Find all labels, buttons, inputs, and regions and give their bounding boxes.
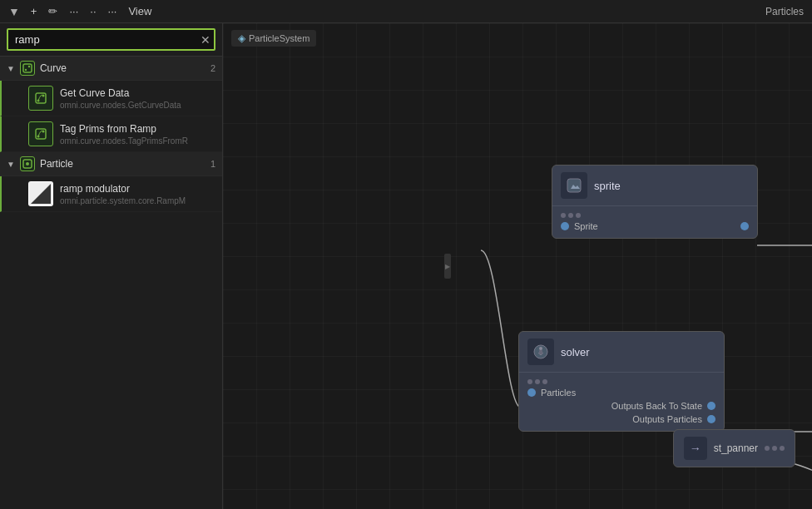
edit-button[interactable]: ✏: [44, 3, 62, 19]
solver-node-title: solver: [561, 346, 590, 358]
outputs-state-port: [707, 402, 715, 410]
sprite-port-label: Sprite: [574, 221, 598, 231]
particle-system-icon: ◈: [238, 32, 245, 44]
sidebar: ✕ ▼ Curve 2: [0, 23, 223, 509]
add-button[interactable]: +: [27, 3, 42, 19]
list-item[interactable]: Get Curve Data omni.curve.nodes.GetCurve…: [0, 81, 222, 116]
more-button-3[interactable]: ···: [104, 3, 121, 19]
sprite-node-header: sprite: [552, 166, 757, 206]
breadcrumb-label: ParticleSystem: [249, 33, 309, 43]
ramp-modulator-icon: [28, 181, 53, 206]
dot-s3: [542, 379, 547, 384]
tag-prims-path: omni.curve.nodes.TagPrimsFromR: [60, 136, 188, 146]
tag-prims-icon: [28, 121, 53, 146]
svg-point-1: [25, 69, 27, 71]
svg-rect-16: [539, 350, 542, 354]
sprite-node-icon: [561, 172, 587, 199]
sprite-node-title: sprite: [594, 180, 621, 192]
search-input[interactable]: [7, 28, 215, 51]
curve-category-row[interactable]: ▼ Curve 2: [0, 57, 222, 81]
svg-point-2: [28, 66, 30, 67]
svg-rect-0: [23, 64, 32, 72]
dot-p3: [780, 446, 785, 451]
dot-3: [576, 213, 581, 218]
svg-point-15: [539, 347, 542, 350]
get-curve-data-icon: [28, 86, 53, 111]
solver-node-dots: [527, 378, 715, 386]
svg-point-10: [26, 162, 29, 166]
main-layout: ✕ ▼ Curve 2: [0, 23, 812, 509]
particles-input-port: [527, 388, 536, 397]
svg-rect-6: [36, 129, 46, 139]
tag-prims-name: Tag Prims from Ramp: [60, 123, 188, 135]
sprite-port-sprite: Sprite: [561, 220, 749, 233]
dot-2: [568, 213, 573, 218]
st-panner-dots: [765, 444, 785, 452]
window-title: Particles: [765, 6, 804, 17]
sprite-node-body: Sprite: [552, 206, 757, 238]
dot-s2: [535, 379, 540, 384]
curve-chevron-icon[interactable]: ▼: [7, 64, 15, 73]
more-button-1[interactable]: ···: [65, 3, 82, 19]
canvas-area[interactable]: ◈ ParticleSystem sprite: [223, 23, 812, 509]
solver-node-header: solver: [519, 332, 724, 373]
solver-node-body: Particles Outputs Back To State Outputs …: [519, 373, 724, 431]
dot-p2: [772, 446, 777, 451]
dot-s1: [527, 379, 532, 384]
outputs-particles-port: [707, 415, 715, 423]
solver-port-outputs-particles: Outputs Particles: [527, 413, 715, 426]
top-bar: ▼ + ✏ ··· ·· ··· View Particles: [0, 0, 812, 23]
particle-chevron-icon[interactable]: ▼: [7, 160, 15, 169]
get-curve-data-path: omni.curve.nodes.GetCurveData: [60, 101, 181, 110]
search-clear-button[interactable]: ✕: [201, 34, 210, 46]
solver-node-icon: [527, 339, 554, 365]
toolbar-left: ▼ + ✏ ··· ·· ··· View: [8, 3, 156, 19]
search-bar-container: ✕: [0, 23, 222, 57]
dot-1: [561, 213, 566, 218]
app-menu-icon[interactable]: ▼: [8, 5, 20, 18]
tag-prims-text: Tag Prims from Ramp omni.curve.nodes.Tag…: [60, 123, 188, 146]
outputs-particles-label: Outputs Particles: [527, 414, 702, 424]
sprite-input-port: [561, 222, 569, 230]
particle-category-row[interactable]: ▼ Particle 1: [0, 152, 222, 176]
list-item[interactable]: ramp modulator omni.particle.system.core…: [0, 176, 222, 212]
st-panner-title: st_panner: [714, 442, 758, 454]
breadcrumb: ◈ ParticleSystem: [231, 30, 316, 47]
curve-category-count: 2: [210, 63, 215, 73]
sprite-node-dots: [561, 211, 749, 220]
particle-category-count: 1: [210, 159, 215, 169]
view-button[interactable]: View: [124, 3, 156, 19]
ramp-modulator-path: omni.particle.system.core.RampM: [60, 196, 186, 205]
list-item[interactable]: Tag Prims from Ramp omni.curve.nodes.Tag…: [0, 116, 222, 152]
particles-port-label: Particles: [541, 388, 576, 398]
st-panner-node[interactable]: → st_panner: [673, 429, 795, 467]
ramp-modulator-text: ramp modulator omni.particle.system.core…: [60, 183, 186, 205]
curve-category-label: Curve: [40, 62, 205, 74]
sidebar-resize-handle[interactable]: [444, 254, 451, 279]
sprite-output-port: [740, 222, 749, 230]
ramp-modulator-name: ramp modulator: [60, 183, 186, 195]
dot-p1: [765, 446, 770, 451]
get-curve-data-text: Get Curve Data omni.curve.nodes.GetCurve…: [60, 87, 181, 110]
svg-rect-3: [36, 93, 46, 103]
solver-port-particles: Particles: [527, 386, 715, 399]
solver-port-outputs-state: Outputs Back To State: [527, 399, 715, 413]
get-curve-data-name: Get Curve Data: [60, 87, 181, 99]
st-panner-icon: →: [684, 437, 707, 460]
particle-category-icon: [20, 156, 35, 171]
more-button-2[interactable]: ··: [86, 3, 100, 19]
particle-category-label: Particle: [40, 158, 205, 170]
solver-node[interactable]: solver Particles Outputs Back To State: [518, 331, 725, 432]
sprite-node[interactable]: sprite Sprite: [552, 165, 758, 239]
outputs-state-label: Outputs Back To State: [527, 401, 702, 411]
curve-category-icon: [20, 61, 35, 76]
